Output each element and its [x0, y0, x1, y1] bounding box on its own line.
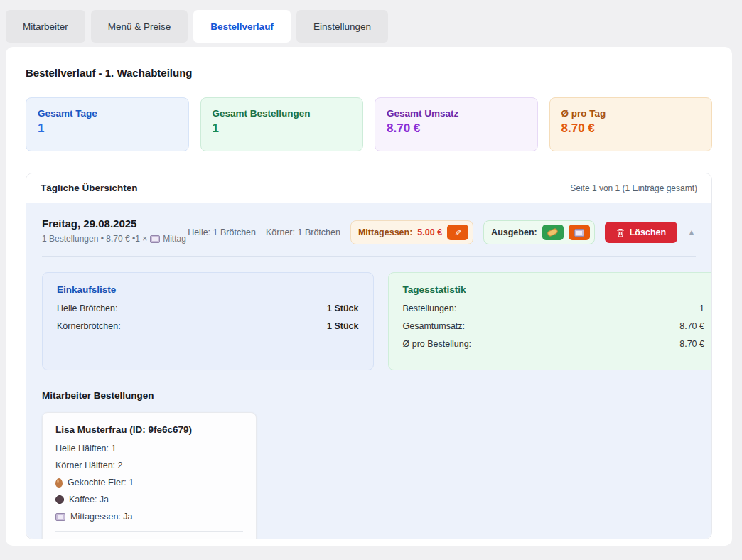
order-line-label: Kaffee: Ja — [69, 495, 109, 505]
tagesstatistik-panel: Tagesstatistik Bestellungen: 1 Gesamtums… — [388, 272, 713, 370]
row-value: 8.70 € — [679, 339, 704, 349]
daily-overview-section: Tägliche Übersichten Seite 1 von 1 (1 Ei… — [26, 173, 712, 539]
stat-label: Gesamt Tage — [38, 108, 177, 119]
order-line-label: Helle Hälften: 1 — [55, 443, 116, 453]
tagesstatistik-row: Bestellungen: 1 — [403, 303, 705, 313]
order-line: Gekochte Eier: 1 — [55, 478, 243, 488]
row-label: Gesamtumsatz: — [403, 321, 466, 331]
helle-count: Helle: 1 Brötchen — [188, 227, 256, 237]
day-divider — [42, 256, 696, 257]
egg-icon — [55, 478, 63, 488]
daily-overview-body: Freitag, 29.08.2025 1 Bestellungen • 8.7… — [26, 203, 711, 539]
day-summary-lunch-label: Mittag — [163, 234, 186, 244]
main-content-card: Bestellverlauf - 1. Wachabteilung Gesamt… — [6, 47, 732, 546]
stat-card-avg-pro-tag: Ø pro Tag 8.70 € — [549, 97, 713, 151]
edit-mittagessen-button[interactable]: ✎ — [447, 225, 468, 240]
pagination-info: Seite 1 von 1 (1 Einträge gesamt) — [570, 183, 697, 193]
day-header-row: Freitag, 29.08.2025 1 Bestellungen • 8.7… — [42, 217, 696, 244]
day-date: Freitag, 29.08.2025 — [42, 217, 186, 230]
row-label: Helle Brötchen: — [57, 303, 117, 313]
stat-card-gesamt-umsatz: Gesamt Umsatz 8.70 € — [375, 97, 538, 151]
order-line: Körner Hälften: 2 — [55, 461, 243, 470]
stat-value: 1 — [38, 122, 177, 136]
page-title: Bestellverlauf - 1. Wachabteilung — [26, 67, 712, 79]
row-value: 1 — [699, 303, 704, 313]
tagesstatistik-row: Gesamtumsatz: 8.70 € — [403, 321, 705, 331]
coffee-icon — [55, 495, 64, 504]
bread-icon — [547, 227, 559, 237]
ausgeben-label: Ausgeben: — [491, 227, 537, 237]
order-line: Helle Hälften: 1 — [55, 443, 243, 453]
bento-icon — [574, 229, 584, 237]
tab-bar: Mitarbeiter Menü & Preise Bestellverlauf… — [0, 0, 742, 43]
mittagessen-price: 5.00 € — [417, 227, 442, 237]
stat-value: 8.70 € — [561, 122, 701, 136]
bento-icon — [55, 513, 65, 521]
day-summary: 1 Bestellungen • 8.70 € •1 × Mittag — [42, 234, 186, 244]
chevron-up-icon[interactable]: ▲ — [687, 227, 696, 237]
stat-card-gesamt-bestellungen: Gesamt Bestellungen 1 — [200, 97, 364, 151]
day-controls: Helle: 1 Brötchen Körner: 1 Brötchen Mit… — [188, 220, 696, 244]
einkaufsliste-row: Helle Brötchen: 1 Stück — [57, 303, 359, 313]
row-value: 8.70 € — [679, 321, 704, 331]
stat-value: 1 — [213, 122, 352, 136]
daily-overview-title: Tägliche Übersichten — [41, 183, 138, 193]
ausgeben-chip: Ausgeben: — [483, 220, 595, 244]
row-value: 1 Stück — [327, 303, 358, 313]
trash-icon — [616, 228, 625, 237]
tagesstatistik-row: Ø pro Bestellung: 8.70 € — [403, 339, 705, 349]
einkaufsliste-title: Einkaufsliste — [57, 284, 359, 295]
order-line-label: Körner Hälften: 2 — [55, 461, 123, 470]
employee-name: Lisa Musterfrau (ID: 9fe6c679) — [55, 424, 243, 435]
stats-row: Gesamt Tage 1 Gesamt Bestellungen 1 Gesa… — [26, 97, 712, 151]
einkaufsliste-panel: Einkaufsliste Helle Brötchen: 1 Stück Kö… — [42, 272, 374, 370]
order-line-label: Gekochte Eier: 1 — [68, 478, 134, 488]
stat-card-gesamt-tage: Gesamt Tage 1 — [26, 97, 189, 151]
delete-day-button[interactable]: Löschen — [605, 222, 677, 243]
give-lunch-button[interactable] — [569, 225, 590, 240]
tab-einstellungen[interactable]: Einstellungen — [296, 10, 388, 43]
tagesstatistik-title: Tagesstatistik — [403, 284, 705, 295]
day-info: Freitag, 29.08.2025 1 Bestellungen • 8.7… — [42, 217, 186, 244]
order-line: Mittagessen: Ja — [55, 512, 243, 522]
order-card-divider — [55, 531, 243, 532]
mittagessen-chip: Mittagessen: 5.00 € ✎ — [350, 220, 473, 244]
day-summary-text: 1 Bestellungen • 8.70 € •1 × — [42, 234, 147, 244]
give-bread-button[interactable] — [542, 225, 564, 240]
mittagessen-label: Mittagessen: — [358, 227, 412, 237]
tab-menu-preise[interactable]: Menü & Preise — [91, 10, 188, 43]
daily-overview-header: Tägliche Übersichten Seite 1 von 1 (1 Ei… — [26, 173, 711, 203]
stat-label: Gesamt Bestellungen — [213, 108, 352, 119]
tab-mitarbeiter[interactable]: Mitarbeiter — [6, 10, 85, 43]
pencil-icon: ✎ — [453, 229, 462, 236]
day-panels: Einkaufsliste Helle Brötchen: 1 Stück Kö… — [42, 272, 712, 370]
einkaufsliste-row: Körnerbrötchen: 1 Stück — [57, 321, 359, 331]
employee-order-card: Lisa Musterfrau (ID: 9fe6c679) Helle Häl… — [42, 412, 257, 539]
order-line-label: Mittagessen: Ja — [70, 512, 133, 522]
row-label: Bestellungen: — [403, 303, 457, 313]
bento-icon — [150, 235, 160, 243]
stat-label: Ø pro Tag — [561, 108, 701, 119]
tab-bestellverlauf[interactable]: Bestellverlauf — [193, 10, 291, 43]
employee-orders-title: Mitarbeiter Bestellungen — [42, 390, 696, 401]
stat-label: Gesamt Umsatz — [387, 108, 526, 119]
koerner-count: Körner: 1 Brötchen — [266, 227, 340, 237]
order-line: Kaffee: Ja — [55, 495, 243, 505]
row-label: Ø pro Bestellung: — [403, 339, 472, 349]
row-value: 1 Stück — [327, 321, 358, 331]
stat-value: 8.70 € — [387, 122, 526, 136]
row-label: Körnerbrötchen: — [57, 321, 121, 331]
delete-day-label: Löschen — [630, 227, 666, 237]
